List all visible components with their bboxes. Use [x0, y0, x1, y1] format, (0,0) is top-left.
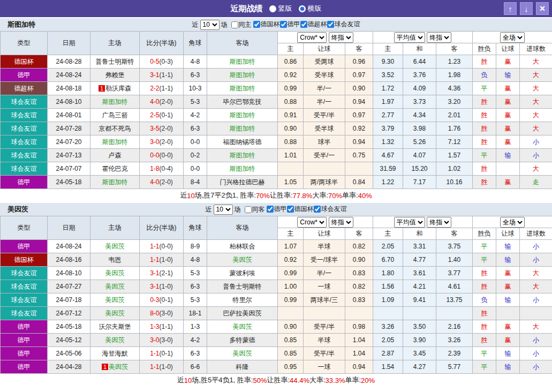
league-filter-checkbox[interactable]: 德甲 [280, 20, 300, 29]
crow-home-odds: 1.05 [278, 176, 304, 189]
crow-odds-select[interactable]: Crow* [297, 32, 327, 43]
same-venue-input[interactable] [245, 206, 252, 213]
match-row: 球会友谊24-07-20斯图加特3-0(2-0)0-0福图纳锡塔德0.88球半0… [1, 135, 552, 149]
col-result: 胜负 [473, 43, 496, 55]
full-time-score: 3-0 [150, 138, 159, 146]
score: 3-5(2-0) [140, 122, 184, 135]
avg-away-odds: 4.36 [436, 82, 473, 95]
avg-odds-select[interactable]: 平均值 [394, 217, 425, 228]
crow-home-odds [278, 307, 304, 320]
match-date: 24-08-24 [48, 240, 90, 253]
layout-vertical-radio[interactable] [269, 5, 276, 12]
avg-draw-odds: 3.73 [403, 95, 436, 109]
avg-odds-select[interactable]: 平均值 [394, 32, 425, 43]
league-filter-input[interactable] [280, 21, 287, 28]
away-team-name: 美因茨 [233, 350, 252, 357]
final-odds-select-2[interactable]: 终指 [427, 32, 451, 43]
crow-away-odds: 0.83 [345, 267, 373, 280]
home-team: 美因茨 [90, 267, 140, 280]
league-filter-input[interactable] [327, 21, 334, 28]
same-venue-checkbox[interactable]: 同主 [229, 20, 252, 29]
home-team: 美因茨 [90, 240, 140, 253]
handicap-result: 赢 [496, 176, 520, 189]
away-team: 斯图加特 [207, 162, 278, 176]
half-time-score: (3-0) [160, 336, 173, 344]
full-time-score: 1-1 [150, 363, 159, 371]
home-team-name: 斯图加特 [102, 98, 128, 105]
full-match-select[interactable]: 全场 [500, 217, 525, 228]
summary-segment: 让胜率: [267, 375, 290, 385]
half-time-score: (0-0) [160, 243, 173, 250]
handicap-line: 受半/一 [304, 149, 345, 162]
summary-segment: 33.3% [326, 376, 345, 385]
match-date: 24-04-28 [48, 360, 90, 374]
col-handicap-result: 让球 [496, 228, 520, 240]
league-filter-input[interactable] [314, 206, 321, 213]
league-filter-label: 球会友谊 [321, 205, 347, 214]
home-team-name: 霍伦巴克 [102, 165, 128, 172]
avg-draw-odds: 3.50 [403, 320, 436, 334]
close-button[interactable]: × [536, 2, 549, 15]
league-filter-checkbox[interactable]: 球会友谊 [327, 20, 360, 29]
col-avg-home: 主 [373, 228, 403, 240]
col-date: 日期 [48, 32, 90, 55]
summary-segment: 场,胜5平4负1, 胜率: [192, 375, 253, 385]
home-team: 普鲁士明斯特 [90, 55, 140, 69]
avg-draw-odds: 15.20 [403, 162, 436, 176]
handicap-result: 赢 [496, 82, 520, 95]
match-result: 胜 [473, 55, 496, 69]
crow-away-odds: 0.82 [345, 280, 373, 293]
rank-badge: 1 [99, 85, 105, 92]
league-filter-checkbox[interactable]: 球会友谊 [314, 205, 347, 214]
full-match-select[interactable]: 全场 [500, 32, 525, 43]
league-filter-input[interactable] [300, 21, 307, 28]
same-venue-input[interactable] [231, 21, 238, 28]
league-filter-group: 德甲德国杯球会友谊 [267, 205, 347, 214]
league-filter-checkbox[interactable]: 德国杯 [287, 205, 314, 214]
league-filter-checkbox[interactable]: 德国杯 [253, 20, 280, 29]
match-date: 24-05-06 [48, 347, 90, 360]
away-team: 蒙彼利埃 [207, 267, 278, 280]
match-result: 平 [473, 253, 496, 267]
layout-horizontal-radio[interactable] [299, 5, 306, 12]
score: 4-0(2-0) [140, 176, 184, 189]
move-up-button[interactable]: ↑ [504, 2, 517, 15]
league-filter-label: 球会友谊 [335, 20, 360, 29]
away-team-name: 门兴格拉德巴赫 [220, 178, 265, 186]
move-down-button[interactable]: ↓ [520, 2, 533, 15]
crow-home-odds: 0.92 [278, 253, 304, 267]
avg-away-odds: 3.26 [436, 334, 473, 347]
league-filter-checkbox[interactable]: 德甲 [267, 205, 287, 214]
home-team: 沃尔夫斯堡 [90, 320, 140, 334]
summary-segment: 50% [253, 376, 267, 385]
avg-home-odds: 31.59 [373, 162, 403, 176]
match-date: 24-08-01 [48, 109, 90, 122]
recent-count-select[interactable]: 10 [200, 20, 220, 30]
recent-count-select[interactable]: 10 [214, 205, 233, 215]
same-venue-checkbox[interactable]: 同客 [243, 205, 265, 214]
away-team-name: 斯图加特 [230, 165, 255, 172]
final-odds-select[interactable]: 终指 [329, 217, 353, 228]
final-odds-select-2[interactable]: 终指 [427, 217, 451, 228]
layout-horizontal-label[interactable]: 横版 [308, 4, 322, 13]
home-team-name: 美因茨 [109, 363, 128, 371]
league-filter-checkbox[interactable]: 德超杯 [300, 20, 327, 29]
home-team: 卢森 [90, 149, 140, 162]
avg-home-odds: 2.87 [373, 347, 403, 360]
crow-home-odds: 0.85 [278, 334, 304, 347]
match-date: 24-05-12 [48, 334, 90, 347]
away-team: 科隆 [207, 360, 278, 374]
league-filter-input[interactable] [287, 206, 294, 213]
away-team: 普鲁士明斯特 [207, 280, 278, 293]
league-filter-input[interactable] [267, 206, 274, 213]
half-time-score: (2-0) [160, 98, 173, 105]
final-odds-select[interactable]: 终指 [329, 32, 353, 43]
layout-vertical-label[interactable]: 竖版 [278, 4, 292, 13]
home-team: 美因茨 [90, 280, 140, 293]
crow-odds-select[interactable]: Crow* [297, 217, 327, 228]
goals-result: 大 [520, 82, 552, 95]
away-team-name: 特里尔 [233, 296, 252, 304]
league-filter-input[interactable] [253, 21, 260, 28]
crow-away-odds: 0.83 [345, 293, 373, 307]
league-type-badge: 球会友谊 [1, 109, 48, 122]
